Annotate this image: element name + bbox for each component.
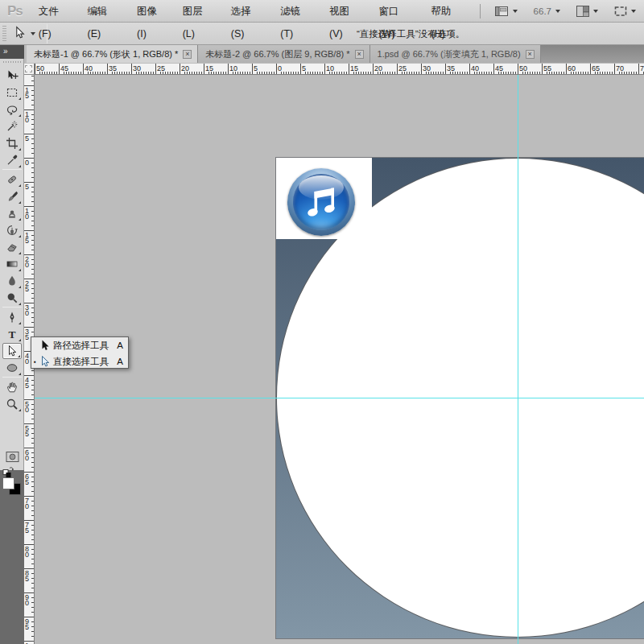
- blur-tool[interactable]: [2, 273, 22, 289]
- ruler-tick: [554, 72, 555, 74]
- photoshop-logo: Ps: [0, 3, 31, 19]
- ruler-tick: [346, 72, 347, 74]
- menu-item-0[interactable]: 文件(F): [31, 0, 80, 23]
- menu-item-3[interactable]: 图层(L): [175, 0, 223, 23]
- ruler-label: 40: [85, 64, 93, 72]
- menu-item-8[interactable]: 帮助(H): [423, 0, 473, 23]
- ruler-tick: [187, 72, 188, 74]
- direct-selection-tool-icon: [13, 26, 27, 42]
- ruler-tick: [242, 72, 243, 74]
- workspace-switcher-button[interactable]: [574, 2, 601, 20]
- pen-tool[interactable]: [2, 309, 22, 325]
- zoom-tool[interactable]: [2, 396, 22, 412]
- horizontal-ruler[interactable]: 5045403530252015105051015202530354045505…: [35, 64, 644, 75]
- ruler-tick: [612, 72, 613, 74]
- healing-tool[interactable]: [2, 171, 22, 188]
- document-tab-1[interactable]: 未标题-1 @ 66.7% (形状 1, RGB/8) *×: [27, 45, 198, 63]
- tools-divider: [2, 169, 22, 170]
- horizontal-guide[interactable]: [35, 398, 644, 398]
- wand-tool[interactable]: [2, 118, 22, 134]
- ruler-tick: [607, 72, 608, 74]
- itunes-icon[interactable]: [287, 168, 355, 236]
- flyout-item-path-selection[interactable]: 路径选择工具A: [31, 337, 128, 353]
- document-tab-3[interactable]: 1.psd @ 66.7% (渐变填充 1, RGB/8)×: [370, 45, 541, 63]
- ruler-tick: [129, 72, 130, 74]
- lasso-tool[interactable]: [2, 101, 22, 118]
- menu-item-2[interactable]: 图像(I): [129, 0, 175, 23]
- ruler-tick: [484, 72, 485, 74]
- ruler-tick: [353, 72, 354, 74]
- brush-tool[interactable]: [2, 188, 22, 204]
- ruler-tick: [436, 72, 436, 74]
- ruler-tick: [31, 245, 34, 246]
- ruler-tick: [31, 90, 34, 91]
- launch-bridge-button[interactable]: [493, 2, 520, 20]
- ruler-tick: [196, 72, 197, 74]
- current-tool-preview[interactable]: [13, 25, 40, 43]
- tab-close-icon[interactable]: ×: [355, 50, 364, 59]
- ruler-tick: [31, 515, 34, 516]
- menu-item-1[interactable]: 编辑(E): [80, 0, 129, 23]
- flyout-item-direct-selection[interactable]: ▪直接选择工具A: [31, 353, 128, 369]
- eyedropper-tool[interactable]: [2, 152, 22, 168]
- ruler-tick: [228, 64, 229, 74]
- tab-close-icon[interactable]: ×: [183, 50, 192, 59]
- hand-tool[interactable]: [2, 379, 22, 395]
- menu-item-5[interactable]: 滤镜(T): [272, 0, 321, 23]
- ellipse-tool[interactable]: [2, 360, 22, 376]
- tools-panel-grip[interactable]: [3, 61, 21, 63]
- dodge-tool[interactable]: [2, 290, 22, 306]
- history-tool[interactable]: [2, 222, 22, 238]
- ruler-tick: [373, 64, 374, 74]
- pathsel-tool[interactable]: [2, 343, 22, 359]
- options-bar-grip[interactable]: [2, 26, 6, 42]
- vertical-guide[interactable]: [518, 75, 518, 644]
- default-colors-icon[interactable]: [2, 466, 14, 477]
- ruler-tick: [530, 72, 530, 74]
- tab-close-icon[interactable]: ×: [526, 50, 535, 59]
- ruler-tick: [160, 72, 161, 74]
- ruler-tick: [469, 64, 470, 74]
- ruler-tick: [549, 72, 550, 74]
- menu-item-7[interactable]: 窗口(W): [371, 0, 423, 23]
- quick-mask-mode-button[interactable]: [2, 448, 22, 464]
- flyout-corner-icon: [19, 97, 21, 100]
- ruler-tick: [237, 72, 238, 74]
- type-tool[interactable]: T: [2, 326, 22, 342]
- menu-item-6[interactable]: 视图(V): [321, 0, 370, 23]
- crop-tool[interactable]: [2, 135, 22, 151]
- ruler-tick: [513, 72, 514, 74]
- gradient-tool[interactable]: [2, 256, 22, 272]
- ruler-tick: [283, 72, 284, 74]
- stamp-tool[interactable]: [2, 205, 22, 221]
- ruler-tick: [457, 72, 458, 74]
- move-tool[interactable]: [2, 68, 22, 84]
- marquee-tool[interactable]: [2, 85, 22, 101]
- eraser-tool[interactable]: [2, 239, 22, 255]
- zoom-level-control[interactable]: 66.7: [531, 2, 563, 20]
- flyout-corner-icon: [19, 303, 21, 305]
- chevron-down-icon: [31, 32, 35, 35]
- ruler-tick: [31, 462, 34, 463]
- ruler-tick: [247, 72, 248, 74]
- foreground-color-swatch[interactable]: [2, 477, 14, 489]
- ruler-tick: [385, 72, 386, 74]
- ruler-label: 10: [326, 64, 334, 72]
- ruler-tick: [269, 72, 270, 74]
- ruler-origin-corner[interactable]: [24, 64, 35, 75]
- screen-mode-button[interactable]: [612, 2, 638, 20]
- ruler-tick: [380, 72, 381, 74]
- ruler-tick: [467, 72, 468, 74]
- tools-panel-collapse-button[interactable]: »: [0, 45, 24, 59]
- ruler-label: 50: [36, 64, 44, 72]
- document-tab-2[interactable]: 未标题-2 @ 66.7% (图层 9, RGB/8) *×: [198, 45, 369, 63]
- white-square-layer[interactable]: [276, 158, 372, 239]
- ruler-tick: [634, 72, 634, 74]
- menu-items: 文件(F)编辑(E)图像(I)图层(L)选择(S)滤镜(T)视图(V)窗口(W)…: [31, 0, 473, 23]
- ruler-tick: [363, 72, 364, 74]
- ruler-tick: [90, 72, 91, 74]
- ruler-tick: [31, 264, 34, 265]
- ruler-tick: [31, 143, 34, 144]
- menu-item-4[interactable]: 选择(S): [223, 0, 272, 23]
- ruler-tick: [31, 259, 34, 260]
